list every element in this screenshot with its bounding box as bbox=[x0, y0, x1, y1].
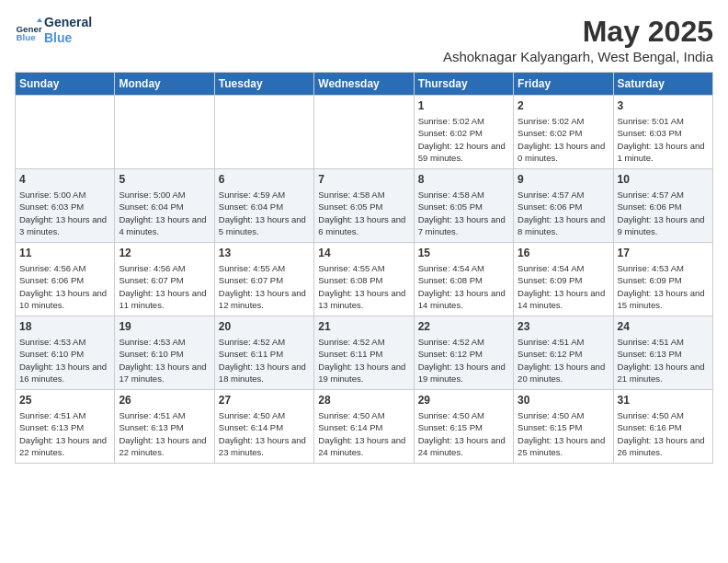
day-number: 12 bbox=[119, 247, 210, 259]
calendar-week-row: 11Sunrise: 4:56 AM Sunset: 6:06 PM Dayli… bbox=[16, 243, 713, 316]
day-number: 9 bbox=[518, 173, 609, 186]
day-number: 26 bbox=[119, 394, 210, 407]
calendar-header: SundayMondayTuesdayWednesdayThursdayFrid… bbox=[16, 73, 713, 96]
day-info: Sunrise: 4:58 AM Sunset: 6:05 PM Dayligh… bbox=[418, 189, 509, 237]
logo: General Blue General Blue bbox=[15, 15, 92, 46]
calendar-cell: 22Sunrise: 4:52 AM Sunset: 6:12 PM Dayli… bbox=[414, 316, 513, 390]
day-info: Sunrise: 5:00 AM Sunset: 6:04 PM Dayligh… bbox=[119, 189, 210, 237]
calendar-cell: 31Sunrise: 4:50 AM Sunset: 6:16 PM Dayli… bbox=[613, 390, 712, 464]
calendar-cell: 7Sunrise: 4:58 AM Sunset: 6:05 PM Daylig… bbox=[314, 169, 414, 243]
month-title: May 2025 bbox=[443, 15, 713, 49]
calendar-cell: 4Sunrise: 5:00 AM Sunset: 6:03 PM Daylig… bbox=[16, 169, 115, 243]
calendar-cell bbox=[115, 96, 214, 169]
calendar-cell: 3Sunrise: 5:01 AM Sunset: 6:03 PM Daylig… bbox=[613, 96, 712, 169]
day-number: 7 bbox=[318, 173, 409, 186]
svg-text:Blue: Blue bbox=[17, 31, 37, 41]
header-day: Friday bbox=[514, 73, 613, 96]
calendar-cell: 15Sunrise: 4:54 AM Sunset: 6:08 PM Dayli… bbox=[414, 243, 513, 316]
day-number: 30 bbox=[518, 394, 609, 407]
day-number: 5 bbox=[119, 173, 210, 186]
day-number: 4 bbox=[19, 173, 110, 186]
day-info: Sunrise: 4:53 AM Sunset: 6:10 PM Dayligh… bbox=[19, 336, 110, 385]
calendar-table: SundayMondayTuesdayWednesdayThursdayFrid… bbox=[15, 72, 713, 464]
day-info: Sunrise: 4:54 AM Sunset: 6:08 PM Dayligh… bbox=[418, 262, 509, 311]
day-number: 11 bbox=[19, 247, 110, 259]
calendar-cell: 21Sunrise: 4:52 AM Sunset: 6:11 PM Dayli… bbox=[314, 316, 414, 390]
calendar-cell: 5Sunrise: 5:00 AM Sunset: 6:04 PM Daylig… bbox=[115, 169, 214, 243]
day-info: Sunrise: 5:01 AM Sunset: 6:03 PM Dayligh… bbox=[618, 115, 709, 164]
day-number: 14 bbox=[318, 247, 409, 259]
day-info: Sunrise: 4:52 AM Sunset: 6:11 PM Dayligh… bbox=[219, 336, 310, 385]
calendar-cell bbox=[16, 96, 115, 169]
day-info: Sunrise: 4:56 AM Sunset: 6:06 PM Dayligh… bbox=[19, 262, 110, 311]
calendar-body: 1Sunrise: 5:02 AM Sunset: 6:02 PM Daylig… bbox=[16, 96, 713, 464]
header-day: Wednesday bbox=[314, 73, 414, 96]
day-info: Sunrise: 4:55 AM Sunset: 6:07 PM Dayligh… bbox=[219, 262, 310, 311]
location-title: Ashoknagar Kalyangarh, West Bengal, Indi… bbox=[443, 49, 713, 64]
calendar-cell: 20Sunrise: 4:52 AM Sunset: 6:11 PM Dayli… bbox=[214, 316, 313, 390]
day-number: 1 bbox=[418, 99, 509, 112]
day-info: Sunrise: 4:50 AM Sunset: 6:14 PM Dayligh… bbox=[219, 409, 310, 458]
logo-line2: Blue bbox=[44, 30, 92, 46]
calendar-cell: 12Sunrise: 4:56 AM Sunset: 6:07 PM Dayli… bbox=[115, 243, 214, 316]
calendar-cell: 18Sunrise: 4:53 AM Sunset: 6:10 PM Dayli… bbox=[16, 316, 115, 390]
calendar-cell: 26Sunrise: 4:51 AM Sunset: 6:13 PM Dayli… bbox=[115, 390, 214, 464]
header-day: Monday bbox=[115, 73, 214, 96]
day-number: 28 bbox=[318, 394, 409, 407]
calendar-cell: 16Sunrise: 4:54 AM Sunset: 6:09 PM Dayli… bbox=[514, 243, 613, 316]
calendar-cell: 8Sunrise: 4:58 AM Sunset: 6:05 PM Daylig… bbox=[414, 169, 513, 243]
header-row: SundayMondayTuesdayWednesdayThursdayFrid… bbox=[16, 73, 713, 96]
calendar-cell: 11Sunrise: 4:56 AM Sunset: 6:06 PM Dayli… bbox=[16, 243, 115, 316]
day-info: Sunrise: 4:55 AM Sunset: 6:08 PM Dayligh… bbox=[318, 262, 409, 311]
header-day: Saturday bbox=[613, 73, 712, 96]
day-number: 21 bbox=[318, 320, 409, 333]
calendar-cell: 6Sunrise: 4:59 AM Sunset: 6:04 PM Daylig… bbox=[214, 169, 313, 243]
day-number: 2 bbox=[518, 99, 609, 112]
day-number: 20 bbox=[219, 320, 310, 333]
calendar-cell: 28Sunrise: 4:50 AM Sunset: 6:14 PM Dayli… bbox=[314, 390, 414, 464]
day-info: Sunrise: 4:52 AM Sunset: 6:12 PM Dayligh… bbox=[418, 336, 509, 385]
svg-marker-2 bbox=[37, 17, 42, 22]
day-info: Sunrise: 5:00 AM Sunset: 6:03 PM Dayligh… bbox=[19, 189, 110, 237]
day-info: Sunrise: 4:58 AM Sunset: 6:05 PM Dayligh… bbox=[318, 189, 409, 237]
day-info: Sunrise: 4:56 AM Sunset: 6:07 PM Dayligh… bbox=[119, 262, 210, 311]
day-info: Sunrise: 4:51 AM Sunset: 6:12 PM Dayligh… bbox=[518, 336, 609, 385]
calendar-cell: 9Sunrise: 4:57 AM Sunset: 6:06 PM Daylig… bbox=[514, 169, 613, 243]
logo-icon: General Blue bbox=[15, 17, 42, 44]
day-info: Sunrise: 4:59 AM Sunset: 6:04 PM Dayligh… bbox=[219, 189, 310, 237]
day-number: 23 bbox=[518, 320, 609, 333]
day-number: 22 bbox=[418, 320, 509, 333]
day-number: 3 bbox=[618, 99, 709, 112]
day-number: 19 bbox=[119, 320, 210, 333]
calendar-cell bbox=[314, 96, 414, 169]
day-info: Sunrise: 4:53 AM Sunset: 6:09 PM Dayligh… bbox=[618, 262, 709, 311]
day-info: Sunrise: 5:02 AM Sunset: 6:02 PM Dayligh… bbox=[518, 115, 609, 164]
day-number: 31 bbox=[618, 394, 709, 407]
calendar-cell bbox=[214, 96, 313, 169]
day-number: 6 bbox=[219, 173, 310, 186]
day-info: Sunrise: 4:52 AM Sunset: 6:11 PM Dayligh… bbox=[318, 336, 409, 385]
header-day: Sunday bbox=[16, 73, 115, 96]
calendar-week-row: 18Sunrise: 4:53 AM Sunset: 6:10 PM Dayli… bbox=[16, 316, 713, 390]
calendar-cell: 30Sunrise: 4:50 AM Sunset: 6:15 PM Dayli… bbox=[514, 390, 613, 464]
day-info: Sunrise: 4:50 AM Sunset: 6:15 PM Dayligh… bbox=[518, 409, 609, 458]
day-number: 27 bbox=[219, 394, 310, 407]
day-info: Sunrise: 4:57 AM Sunset: 6:06 PM Dayligh… bbox=[518, 189, 609, 237]
calendar-cell: 14Sunrise: 4:55 AM Sunset: 6:08 PM Dayli… bbox=[314, 243, 414, 316]
day-number: 25 bbox=[19, 394, 110, 407]
header-day: Thursday bbox=[414, 73, 513, 96]
day-number: 16 bbox=[518, 247, 609, 259]
calendar-cell: 24Sunrise: 4:51 AM Sunset: 6:13 PM Dayli… bbox=[613, 316, 712, 390]
day-info: Sunrise: 4:50 AM Sunset: 6:15 PM Dayligh… bbox=[418, 409, 509, 458]
calendar-cell: 29Sunrise: 4:50 AM Sunset: 6:15 PM Dayli… bbox=[414, 390, 513, 464]
day-info: Sunrise: 4:51 AM Sunset: 6:13 PM Dayligh… bbox=[618, 336, 709, 385]
calendar-cell: 27Sunrise: 4:50 AM Sunset: 6:14 PM Dayli… bbox=[214, 390, 313, 464]
calendar-cell: 10Sunrise: 4:57 AM Sunset: 6:06 PM Dayli… bbox=[613, 169, 712, 243]
calendar-cell: 13Sunrise: 4:55 AM Sunset: 6:07 PM Dayli… bbox=[214, 243, 313, 316]
day-info: Sunrise: 5:02 AM Sunset: 6:02 PM Dayligh… bbox=[418, 115, 509, 164]
day-info: Sunrise: 4:51 AM Sunset: 6:13 PM Dayligh… bbox=[19, 409, 110, 458]
day-number: 10 bbox=[618, 173, 709, 186]
day-info: Sunrise: 4:54 AM Sunset: 6:09 PM Dayligh… bbox=[518, 262, 609, 311]
day-number: 24 bbox=[618, 320, 709, 333]
day-info: Sunrise: 4:57 AM Sunset: 6:06 PM Dayligh… bbox=[618, 189, 709, 237]
